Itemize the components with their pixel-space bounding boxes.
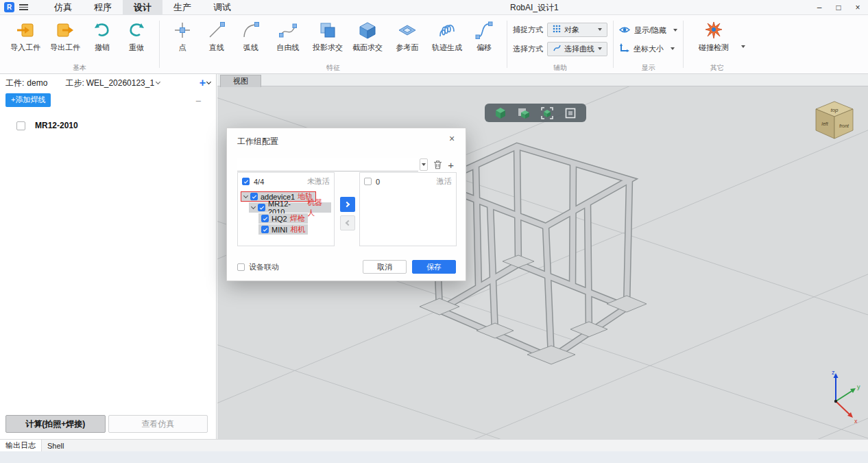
view-front-face-icon[interactable]: [564, 106, 577, 120]
free-line-icon: [278, 21, 298, 40]
calculate-button[interactable]: 计算(拍照+焊接): [5, 415, 106, 433]
point-label: 点: [179, 43, 186, 53]
weldline-tree: MR12-2010: [0, 108, 216, 130]
tab-design[interactable]: 设计: [123, 0, 162, 15]
axis-x-label: x: [854, 418, 858, 425]
close-button[interactable]: ×: [853, 3, 863, 12]
tree-row-hq2[interactable]: HQ2 焊枪: [258, 213, 308, 224]
export-icon: [56, 21, 75, 40]
undo-icon: [93, 21, 112, 40]
tab-simulation[interactable]: 仿真: [43, 0, 83, 15]
device-checkbox[interactable]: [261, 215, 269, 222]
line-tool-button[interactable]: 直线: [200, 19, 234, 53]
select-mode-dropdown[interactable]: 选择曲线: [547, 42, 607, 56]
snap-mode-dropdown[interactable]: 对象: [547, 23, 607, 37]
move-right-button[interactable]: [340, 197, 355, 212]
snap-mode-value: 对象: [564, 25, 579, 35]
viewport-tab-view[interactable]: 视图: [220, 75, 261, 87]
device-linkage-option[interactable]: 设备联动: [237, 262, 279, 272]
ribbon-group-other: 碰撞检测 其它: [684, 15, 751, 73]
point-icon: [173, 21, 192, 40]
dialog-close-button[interactable]: ×: [446, 133, 457, 144]
chevron-right-icon: [344, 202, 350, 207]
reference-plane-button[interactable]: 参考面: [387, 19, 427, 53]
add-weldline-button[interactable]: +添加焊线: [5, 93, 51, 107]
select-all-checkbox[interactable]: [364, 178, 372, 185]
tab-program[interactable]: 程序: [83, 0, 123, 15]
projection-intersect-label: 投影求交: [313, 43, 343, 53]
reference-plane-icon: [398, 21, 417, 40]
tree-row-mr12[interactable]: MR12-2010 机器人: [249, 202, 331, 213]
offset-tool-button[interactable]: 偏移: [467, 19, 501, 53]
reference-plane-label: 参考面: [396, 43, 419, 53]
workstep-dropdown[interactable]: 工步: WEL_20260123_1: [65, 78, 160, 89]
show-hide-dropdown[interactable]: 显示/隐藏: [619, 23, 677, 37]
tree-item-mr12[interactable]: MR12-2010: [16, 121, 216, 130]
active-state-label: 激活: [437, 176, 452, 187]
offset-label: 偏移: [477, 43, 492, 53]
free-line-label: 自由线: [277, 43, 300, 53]
trajectory-generate-button[interactable]: 轨迹生成: [427, 19, 467, 53]
view-zoom-fit-icon[interactable]: [540, 106, 554, 120]
ribbon-group-feature: 点 直线 弧线 自由线: [160, 15, 507, 73]
point-tool-button[interactable]: 点: [165, 19, 200, 53]
section-intersect-label: 截面求交: [352, 43, 383, 53]
nav-cube-left-label[interactable]: left: [821, 121, 828, 126]
active-device-panel: 0 激活: [359, 172, 457, 246]
delete-group-button[interactable]: [433, 158, 442, 171]
collapse-all-button[interactable]: –: [196, 95, 210, 106]
import-workpiece-button[interactable]: 导入工件: [5, 19, 45, 53]
view-simulation-button[interactable]: 查看仿真: [108, 415, 208, 433]
nav-cube-front-label[interactable]: front: [839, 123, 849, 128]
group-combo-dropdown[interactable]: [420, 158, 428, 171]
expand-caret-icon[interactable]: [243, 193, 248, 198]
view-cube-panel-icon[interactable]: [517, 106, 531, 120]
nav-cube-top-label[interactable]: top: [830, 107, 839, 113]
move-left-button[interactable]: [340, 215, 355, 230]
view-shaded-cube-icon[interactable]: [494, 106, 507, 120]
shell-tab[interactable]: Shell: [42, 440, 69, 451]
device-type: 相机: [290, 224, 305, 235]
select-all-checkbox[interactable]: [242, 178, 250, 185]
tab-debug[interactable]: 调试: [202, 0, 242, 15]
section-intersect-button[interactable]: 截面求交: [348, 19, 387, 53]
free-line-tool-button[interactable]: 自由线: [268, 19, 308, 53]
active-count: 0: [376, 178, 380, 186]
device-checkbox[interactable]: [258, 204, 265, 211]
tree-row-mini[interactable]: MINI 相机: [258, 224, 308, 235]
device-linkage-checkbox[interactable]: [237, 263, 245, 271]
save-button[interactable]: 保存: [412, 260, 456, 274]
group-name-input[interactable]: [237, 158, 418, 171]
status-bar: [0, 451, 868, 463]
cancel-button[interactable]: 取消: [363, 260, 407, 274]
export-workpiece-button[interactable]: 导出工件: [45, 19, 85, 53]
menu-icon[interactable]: [19, 4, 28, 10]
axis-size-dropdown[interactable]: 坐标大小: [619, 42, 677, 56]
tab-production[interactable]: 生产: [162, 0, 202, 15]
chevron-down-icon: [671, 47, 675, 50]
chevron-down-icon: [673, 29, 677, 32]
collision-detect-button[interactable]: 碰撞检测: [689, 19, 738, 53]
device-checkbox[interactable]: [261, 226, 269, 233]
device-type: 机器人: [307, 198, 328, 218]
inactive-count: 4/4: [254, 178, 264, 186]
arc-tool-button[interactable]: 弧线: [234, 19, 268, 53]
output-log-tab[interactable]: 输出日志: [0, 440, 42, 451]
axes-triad: z y x: [832, 369, 860, 425]
workstep-label: 工步:: [65, 78, 84, 89]
import-icon: [16, 21, 35, 40]
tree-item-checkbox[interactable]: [16, 121, 25, 130]
select-mode-value: 选择曲线: [564, 44, 594, 54]
undo-button[interactable]: 撤销: [85, 19, 119, 53]
expand-caret-icon[interactable]: [251, 204, 256, 209]
weldline-toolbar: +添加焊线 –: [0, 92, 216, 108]
redo-button[interactable]: 重做: [119, 19, 154, 53]
view-toolbar: [485, 104, 586, 122]
device-checkbox[interactable]: [250, 193, 258, 200]
projection-intersect-button[interactable]: 投影求交: [308, 19, 348, 53]
add-workstep-button[interactable]: +: [200, 77, 210, 89]
maximize-button[interactable]: □: [834, 3, 843, 12]
minimize-button[interactable]: –: [815, 3, 824, 12]
nav-cube[interactable]: top left front: [816, 102, 853, 139]
add-group-button[interactable]: +: [446, 158, 455, 171]
